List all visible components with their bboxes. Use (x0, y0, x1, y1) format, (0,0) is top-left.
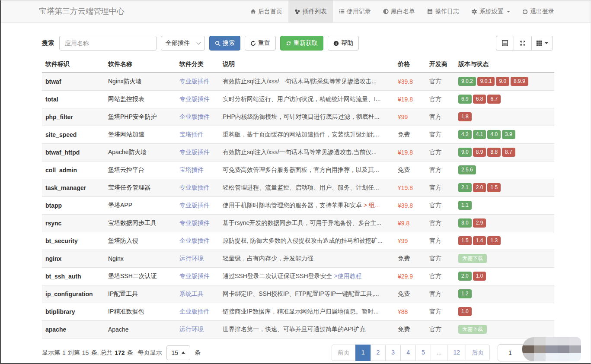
category-link[interactable]: 宝塔插件 (179, 131, 204, 138)
version-badge[interactable]: 6.8 (473, 95, 486, 104)
plugin-id: coll_admin (42, 161, 105, 179)
description-link[interactable]: > 组... (364, 202, 380, 209)
version-badge[interactable]: 9.0.2 (458, 77, 476, 86)
plugin-price: ¥39.8 (394, 196, 426, 214)
version-badge[interactable]: 2.0 (458, 272, 472, 281)
nav-item-plugin-list[interactable]: 插件列表 (288, 0, 333, 22)
nav-item-home[interactable]: 后台首页 (244, 0, 288, 22)
version-badge[interactable]: 2.5.6 (458, 165, 476, 174)
category-link[interactable]: 专业版插件 (179, 78, 210, 85)
version-badge[interactable]: 9.0 (496, 77, 509, 86)
version-badge[interactable]: 8.8 (487, 148, 501, 157)
category-link[interactable]: 企业版插件 (179, 237, 210, 244)
version-badge[interactable]: 8.9.9 (511, 77, 528, 86)
version-badge[interactable]: 1.2 (458, 289, 472, 298)
column-header-5: 价格 (394, 57, 426, 73)
category-link[interactable]: 运行环境 (179, 255, 204, 262)
page-5[interactable]: 5 (415, 345, 431, 361)
category-link[interactable]: 专业版插件 (179, 219, 210, 226)
plugin-price: 免费 (394, 126, 426, 143)
plugin-id: btwaf (42, 73, 105, 90)
plugin-name: 宝塔任务管理器 (105, 179, 176, 196)
version-badge[interactable]: 8.7 (502, 148, 515, 157)
nav-item-usage-records[interactable]: 使用记录 (333, 0, 377, 22)
page-ellipsis: ... (431, 345, 448, 361)
refresh-button[interactable]: 重新获取 (280, 36, 323, 51)
page-3[interactable]: 3 (385, 345, 401, 361)
page-next[interactable]: 后页 (466, 345, 490, 361)
plugin-filter-select[interactable]: 全部插件 (161, 36, 205, 51)
plugin-developer: 官方 (426, 214, 455, 232)
plugin-filter-value: 全部插件 (166, 39, 190, 47)
plugin-versions: 9.0.29.0.19.08.9.9 (455, 73, 554, 90)
nav-item-system-settings[interactable]: 系统设置 (465, 0, 516, 22)
version-badge[interactable]: 9.0 (458, 148, 472, 157)
category-link[interactable]: 专业版插件 (179, 202, 210, 209)
category-link[interactable]: 企业版插件 (179, 113, 210, 120)
censor-pixel (569, 345, 581, 354)
plugin-name: Apache防火墙 (105, 143, 176, 161)
columns-button[interactable] (531, 36, 553, 51)
category-link[interactable]: 专业版插件 (179, 149, 210, 155)
version-badge[interactable]: 1.5 (458, 236, 472, 245)
category-link[interactable]: 专业版插件 (179, 184, 210, 191)
table-row: apacheApache运行环境世界排名第一，快速、可靠并且可通过简单的API扩… (42, 320, 554, 338)
category-link[interactable]: 运行环境 (179, 326, 204, 332)
category-link[interactable]: 专业版插件 (179, 272, 210, 279)
version-badge[interactable]: 3.9 (502, 130, 515, 139)
category-link[interactable]: 企业版插件 (179, 308, 210, 315)
plugin-versions: 4.24.14.03.9 (455, 126, 554, 143)
version-badge[interactable]: 2.9 (473, 218, 486, 228)
nav-item-logout[interactable]: 退出登录 (516, 0, 560, 22)
reset-button[interactable]: 重置 (245, 36, 276, 51)
nav-item-operation-logs[interactable]: 操作日志 (421, 0, 465, 22)
version-badge[interactable]: 3.0 (458, 218, 472, 228)
page-12[interactable]: 12 (447, 345, 466, 361)
version-badge[interactable]: 1.0 (458, 307, 472, 316)
table-row: btapp堡塔APP专业版插件使用手机随时随地管理您的服务器，支持苹果和安卓 >… (42, 196, 554, 214)
plugin-description: 世界排名第一，快速、可靠并且可通过简单的API扩充 (219, 320, 394, 338)
version-badge[interactable]: 6.9 (458, 95, 472, 104)
category-link[interactable]: 系统工具 (179, 290, 204, 297)
version-badge[interactable]: 6.7 (487, 95, 501, 104)
version-badge[interactable]: 8.9 (473, 148, 486, 157)
plugin-id: total (42, 90, 105, 108)
version-badge[interactable]: 1.5 (487, 183, 501, 192)
page-size-select[interactable]: 15 (166, 345, 191, 360)
plugin-id: bt_security (42, 232, 105, 250)
version-badge[interactable]: 1.8 (458, 112, 472, 121)
search-button[interactable]: 搜索 (209, 36, 240, 51)
page-2[interactable]: 2 (371, 345, 386, 361)
plugin-name: 堡塔防入侵 (105, 232, 176, 250)
plugins-icon (294, 9, 300, 15)
detail-view-button[interactable] (496, 36, 514, 51)
version-badge[interactable]: 1.0 (473, 272, 486, 281)
version-badge[interactable]: 2.0 (473, 183, 486, 192)
description-link[interactable]: >使用教程 (334, 272, 361, 279)
fullscreen-button[interactable] (514, 36, 532, 51)
nav-item-label: 操作日志 (435, 8, 459, 16)
nav-item-blacklist[interactable]: 黑白名单 (377, 0, 421, 22)
pagination: 前页12345...12后页 (332, 345, 490, 361)
category-link[interactable]: 专业版插件 (179, 95, 210, 102)
plugin-description: 原防提权, 防御大多数的入侵提权攻击造成的挂马和被挖矿... (219, 232, 394, 250)
version-badge[interactable]: 1.1 (458, 201, 472, 210)
censor-pixel (534, 337, 546, 345)
version-badge[interactable]: 4.2 (458, 130, 472, 139)
plugin-category-cell: 运行环境 (176, 320, 219, 338)
plugin-price: ¥19.8 (394, 90, 426, 108)
range-to: 15 (82, 349, 89, 356)
plugin-description: 轻松管理进程、流量监控、启动项、用户、服务、计划任... (219, 179, 394, 196)
version-badge[interactable]: 9.0.1 (477, 77, 495, 86)
view-options-toolbar (496, 36, 553, 51)
version-badge[interactable]: 4.1 (473, 130, 486, 139)
page-1[interactable]: 1 (355, 345, 371, 361)
help-button[interactable]: 帮助 (328, 36, 359, 51)
search-input[interactable] (59, 36, 157, 51)
version-badge[interactable]: 1.3 (487, 236, 501, 245)
version-badge[interactable]: 1.4 (473, 236, 486, 245)
page-4[interactable]: 4 (400, 345, 416, 361)
version-badge[interactable]: 2.1 (458, 183, 472, 192)
category-link[interactable]: 宝塔插件 (179, 166, 204, 173)
version-badge[interactable]: 4.0 (487, 130, 501, 139)
